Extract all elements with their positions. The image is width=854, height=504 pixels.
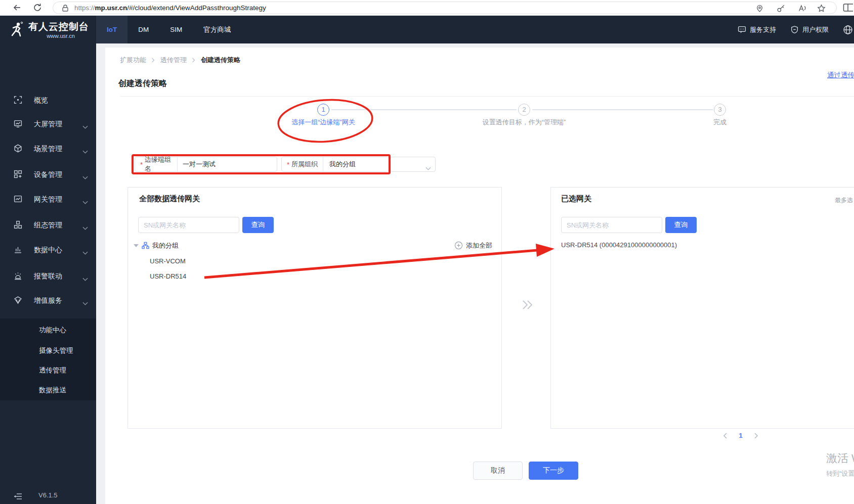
user-permissions[interactable]: 用户权限 [790, 25, 829, 34]
logo-title: 有人云控制台 [28, 20, 89, 33]
activate-windows-watermark: 激活 W [826, 451, 854, 466]
location-pin-icon[interactable] [755, 4, 764, 13]
page-title: 创建透传策略 [118, 78, 167, 89]
gateway-search-input[interactable] [138, 217, 239, 233]
app-logo[interactable]: 有人云控制台 www.usr.cn [6, 16, 96, 43]
sidebar-item-label: 网关管理 [34, 189, 62, 209]
refresh-icon[interactable] [32, 3, 42, 13]
selected-gateways-panel: 已选网关 最多选 查询 USR-DR514 (00004291000000000… [550, 187, 854, 429]
breadcrumb-extended-functions[interactable]: 扩展功能 [120, 56, 146, 65]
circle-plus-icon [454, 241, 463, 250]
sidebar-item-alarm-linkage[interactable]: 报警联动 [0, 266, 96, 286]
value-added-icon [14, 296, 22, 304]
next-page-icon[interactable] [751, 430, 762, 441]
nav-tab-sim[interactable]: SIM [159, 16, 193, 43]
edge-group-name-input[interactable] [178, 161, 277, 168]
activate-windows-watermark-sub: 转到“设置 [826, 469, 854, 478]
page-card: 扩展功能 透传管理 创建透传策略 通过透传 创建透传策略 1 2 3 选择一组“… [105, 48, 854, 504]
sidebar-item-value-added-services[interactable]: 增值服务 [0, 290, 96, 310]
next-step-button[interactable]: 下一步 [529, 462, 578, 480]
sidebar-item-scene-mgmt[interactable]: 场景管理 [0, 139, 96, 159]
submenu-item-camera-mgmt[interactable]: 摄像头管理 [0, 342, 96, 360]
submenu-item-data-push[interactable]: 数据推送 [0, 381, 96, 399]
chevron-down-icon [82, 223, 88, 227]
search-button[interactable]: 查询 [242, 217, 274, 233]
submenu-item-function-center[interactable]: 功能中心 [0, 321, 96, 339]
gateway-item-usr-dr514[interactable]: USR-DR514 [150, 272, 186, 284]
service-support-label: 服务支持 [750, 25, 776, 34]
chevron-down-icon [425, 163, 431, 167]
transfer-right-icon[interactable] [521, 299, 533, 310]
password-key-icon[interactable] [777, 4, 785, 13]
sidebar-item-label: 概览 [34, 90, 48, 110]
step-2-indicator: 2 [518, 104, 530, 116]
extra-filter-select[interactable] [390, 157, 436, 172]
nav-tab-iot[interactable]: IoT [96, 16, 127, 43]
edge-group-name-label: 边缘端组名 [145, 155, 172, 173]
screen-icon [14, 119, 22, 128]
cancel-button[interactable]: 取消 [473, 462, 523, 480]
chevron-down-icon [82, 173, 88, 176]
header-right: 服务支持 用户权限 [738, 16, 854, 43]
chevron-down-icon [82, 122, 88, 126]
sidebar-item-label: 大屏管理 [34, 114, 62, 134]
edge-group-name-field: * 边缘端组名 [135, 157, 277, 172]
sidebar-item-label: 设备管理 [34, 164, 62, 185]
sidebar-item-screen-mgmt[interactable]: 大屏管理 [0, 114, 96, 134]
configuration-icon [14, 220, 22, 229]
chevron-down-icon [82, 274, 88, 278]
browser-toolbar: https://mp.usr.cn/#/cloud/extend/ViewAdd… [0, 0, 854, 16]
service-support[interactable]: 服务支持 [738, 25, 776, 34]
lock-icon [61, 4, 69, 12]
chevron-down-icon [82, 147, 88, 151]
read-aloud-icon[interactable] [798, 4, 806, 13]
sidebar: 概览 大屏管理 场景管理 设备管理 网关管理 组态管理 [0, 43, 96, 504]
page-number[interactable]: 1 [735, 430, 747, 441]
organization-tree-icon [142, 242, 149, 249]
sidebar-item-configuration-mgmt[interactable]: 组态管理 [0, 215, 96, 235]
favorite-star-icon[interactable] [817, 4, 826, 13]
breadcrumb-passthrough-mgmt[interactable]: 透传管理 [160, 56, 187, 65]
passthrough-help-link[interactable]: 通过透传 [827, 71, 854, 80]
search-button[interactable]: 查询 [665, 217, 697, 233]
prev-page-icon[interactable] [719, 430, 731, 441]
split-screen-icon[interactable] [843, 3, 853, 13]
breadcrumb: 扩展功能 透传管理 创建透传策略 [120, 56, 240, 65]
collapse-sidebar-icon[interactable] [13, 492, 22, 500]
gateway-item-usr-vcom[interactable]: USR-VCOM [150, 257, 186, 268]
divider [120, 96, 854, 97]
chevron-down-icon [82, 299, 88, 302]
sidebar-item-label: 组态管理 [34, 215, 62, 235]
nav-tab-dm[interactable]: DM [127, 16, 159, 43]
scene-icon [14, 144, 22, 153]
sidebar-item-gateway-mgmt[interactable]: 网关管理 [0, 189, 96, 209]
address-bar[interactable]: https://mp.usr.cn/#/cloud/extend/ViewAdd… [53, 2, 837, 14]
back-icon[interactable] [12, 3, 22, 13]
selected-gateway-item[interactable]: USR-DR514 (00004291000000000001) [561, 241, 677, 253]
sidebar-item-label: 数据中心 [34, 240, 62, 260]
sidebar-item-overview[interactable]: 概览 [0, 90, 96, 110]
submenu-item-passthrough-mgmt[interactable]: 透传管理 [0, 361, 96, 380]
logo-subtitle: www.usr.cn [28, 33, 93, 39]
language-globe-icon[interactable] [843, 25, 853, 35]
organization-select[interactable]: 我的分组 [323, 160, 389, 169]
chevron-right-icon [192, 58, 196, 63]
all-gateways-title: 全部数据透传网关 [139, 194, 200, 204]
gateway-group-row[interactable]: 我的分组 [128, 240, 501, 252]
sidebar-item-device-mgmt[interactable]: 设备管理 [0, 164, 96, 185]
selected-search-input[interactable] [561, 217, 662, 233]
all-gateways-panel: 全部数据透传网关 查询 我的分组 添加全部 USR-VCOM USR-DR514 [127, 187, 502, 429]
organization-label: 所属组织 [291, 160, 318, 169]
sidebar-item-data-center[interactable]: 数据中心 [0, 240, 96, 260]
step-1-indicator: 1 [317, 104, 329, 116]
gateway-icon [14, 195, 22, 203]
step-connector [331, 109, 517, 110]
step-2-label: 设置透传目标，作为“管理端” [463, 118, 585, 127]
nav-tab-mall[interactable]: 官方商城 [193, 16, 241, 43]
browser-window: https://mp.usr.cn/#/cloud/extend/ViewAdd… [0, 0, 854, 504]
sidebar-item-label: 增值服务 [34, 290, 62, 310]
tree-caret-icon[interactable] [134, 244, 139, 247]
chat-icon [738, 25, 746, 34]
shield-icon [790, 25, 799, 34]
step-3-label: 完成 [700, 118, 740, 127]
